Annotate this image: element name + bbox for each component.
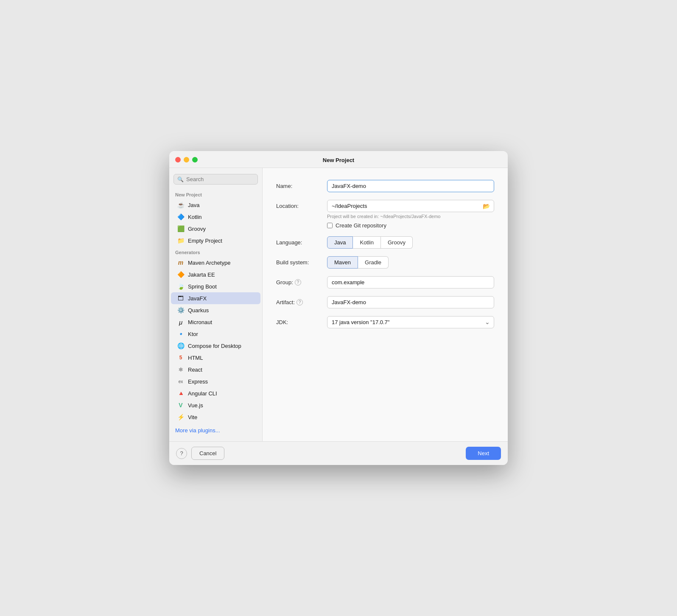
sidebar-item-vuejs[interactable]: V Vue.js (171, 399, 260, 411)
titlebar: New Project (169, 151, 508, 168)
sidebar-item-label: Express (188, 378, 208, 385)
more-plugins-link[interactable]: More via plugins... (169, 423, 262, 438)
sidebar-item-quarkus[interactable]: ⚙️ Quarkus (171, 304, 260, 316)
sidebar-item-label: Jakarta EE (188, 272, 215, 278)
right-panel: Name: Location: 📂 Project will be create… (263, 168, 508, 441)
help-button[interactable]: ? (176, 448, 187, 459)
sidebar-item-label: Vite (188, 414, 197, 420)
sidebar-item-html[interactable]: 5 HTML (171, 352, 260, 364)
traffic-lights (175, 157, 198, 162)
sidebar-item-angular-cli[interactable]: 🔺 Angular CLI (171, 387, 260, 399)
build-system-button-group: Maven Gradle (327, 256, 494, 269)
search-input-wrapper[interactable]: 🔍 (173, 174, 258, 185)
search-input[interactable] (186, 176, 254, 182)
create-git-checkbox[interactable] (327, 223, 333, 228)
location-hint: Project will be created in: ~/IdeaProjec… (327, 214, 494, 219)
group-input[interactable] (327, 276, 494, 288)
new-project-section-label: New Project (169, 189, 262, 199)
language-field: Java Kotlin Groovy (327, 236, 494, 249)
location-field: 📂 Project will be created in: ~/IdeaProj… (327, 200, 494, 229)
react-icon: ⚛ (177, 366, 185, 373)
sidebar-item-compose-for-desktop[interactable]: 🌐 Compose for Desktop (171, 340, 260, 352)
build-system-label: Build system: (276, 256, 327, 266)
form-row-artifact: Artifact: ? (276, 296, 494, 308)
ktor-icon: 🔹 (177, 330, 185, 338)
sidebar-item-label: Vue.js (188, 402, 203, 409)
language-java-button[interactable]: Java (327, 236, 353, 249)
window-title: New Project (323, 157, 354, 163)
sidebar-item-java[interactable]: ☕ Java (171, 199, 260, 211)
jdk-select-wrapper: 17 java version "17.0.7" (327, 316, 494, 328)
language-label: Language: (276, 236, 327, 246)
sidebar-item-label: Java (188, 202, 199, 208)
artifact-help-icon[interactable]: ? (297, 299, 303, 305)
javafx-icon: 🗔 (177, 294, 185, 302)
compose-icon: 🌐 (177, 342, 185, 350)
sidebar-item-label: Micronaut (188, 319, 212, 325)
jdk-label: JDK: (276, 316, 327, 325)
sidebar-item-label: React (188, 367, 202, 373)
location-label: Location: (276, 200, 327, 209)
vite-icon: ⚡ (177, 413, 185, 421)
spring-boot-icon: 🍃 (177, 283, 185, 290)
sidebar-item-empty-project[interactable]: 📁 Empty Project (171, 235, 260, 246)
name-input[interactable] (327, 180, 494, 192)
build-gradle-button[interactable]: Gradle (358, 256, 389, 269)
sidebar-item-javafx[interactable]: 🗔 JavaFX (171, 292, 260, 304)
sidebar-item-groovy[interactable]: 🟩 Groovy (171, 223, 260, 235)
create-git-row: Create Git repository (327, 222, 494, 229)
name-label: Name: (276, 180, 327, 189)
jakarta-ee-icon: 🔶 (177, 271, 185, 278)
close-button[interactable] (175, 157, 181, 162)
sidebar-item-jakarta-ee[interactable]: 🔶 Jakarta EE (171, 269, 260, 280)
footer-left: ? Cancel (176, 447, 224, 460)
location-input[interactable] (327, 200, 494, 212)
folder-browse-icon[interactable]: 📂 (483, 203, 490, 210)
sidebar-item-micronaut[interactable]: μ Micronaut (171, 316, 260, 328)
artifact-label-wrapper: Artifact: ? (276, 296, 327, 305)
maximize-button[interactable] (192, 157, 198, 162)
maven-archetype-icon: m (177, 259, 185, 266)
minimize-button[interactable] (184, 157, 189, 162)
sidebar-item-label: HTML (188, 355, 203, 361)
sidebar: 🔍 New Project ☕ Java 🔷 Kotlin 🟩 Groovy 📁… (169, 168, 263, 441)
sidebar-item-spring-boot[interactable]: 🍃 Spring Boot (171, 280, 260, 292)
micronaut-icon: μ (177, 318, 185, 326)
language-groovy-button[interactable]: Groovy (381, 236, 413, 249)
search-icon: 🔍 (177, 176, 184, 182)
sidebar-item-maven-archetype[interactable]: m Maven Archetype (171, 257, 260, 269)
create-git-label[interactable]: Create Git repository (336, 222, 386, 229)
sidebar-item-label: Ktor (188, 331, 198, 337)
angular-icon: 🔺 (177, 389, 185, 397)
group-label-wrapper: Group: ? (276, 276, 327, 286)
jdk-field: 17 java version "17.0.7" (327, 316, 494, 328)
java-icon: ☕ (177, 201, 185, 209)
jdk-select[interactable]: 17 java version "17.0.7" (327, 316, 494, 328)
artifact-input[interactable] (327, 296, 494, 308)
language-button-group: Java Kotlin Groovy (327, 236, 494, 249)
next-button[interactable]: Next (466, 447, 501, 460)
sidebar-item-label: Spring Boot (188, 283, 217, 290)
build-maven-button[interactable]: Maven (327, 256, 358, 269)
group-label: Group: (276, 279, 293, 286)
form-row-name: Name: (276, 180, 494, 192)
form-row-jdk: JDK: 17 java version "17.0.7" (276, 316, 494, 328)
sidebar-item-label: Compose for Desktop (188, 343, 241, 349)
sidebar-item-express[interactable]: ex Express (171, 375, 260, 387)
group-field (327, 276, 494, 288)
express-icon: ex (177, 378, 185, 385)
sidebar-item-label: Quarkus (188, 307, 209, 314)
group-help-icon[interactable]: ? (295, 279, 301, 286)
sidebar-item-label: Maven Archetype (188, 260, 230, 266)
sidebar-item-vite[interactable]: ⚡ Vite (171, 411, 260, 423)
form-row-location: Location: 📂 Project will be created in: … (276, 200, 494, 229)
sidebar-item-react[interactable]: ⚛ React (171, 364, 260, 375)
language-kotlin-button[interactable]: Kotlin (353, 236, 381, 249)
sidebar-item-ktor[interactable]: 🔹 Ktor (171, 328, 260, 340)
form-row-build-system: Build system: Maven Gradle (276, 256, 494, 269)
location-wrapper: 📂 (327, 200, 494, 212)
generators-section-label: Generators (169, 246, 262, 257)
kotlin-icon: 🔷 (177, 213, 185, 221)
sidebar-item-kotlin[interactable]: 🔷 Kotlin (171, 211, 260, 223)
cancel-button[interactable]: Cancel (191, 447, 224, 460)
